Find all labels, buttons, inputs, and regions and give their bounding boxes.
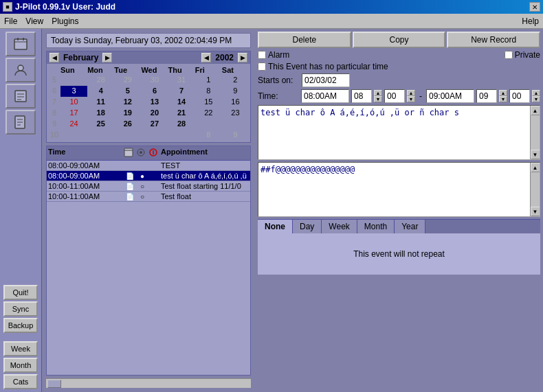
cal-day[interactable]: 27 xyxy=(141,119,168,130)
no-time-checkbox[interactable] xyxy=(258,62,266,71)
repeat-tab-day[interactable]: Day xyxy=(293,220,322,233)
cal-day[interactable]: 5 xyxy=(114,86,141,97)
cal-day[interactable]: 15 xyxy=(195,97,222,108)
cal-day[interactable] xyxy=(60,75,87,86)
end-min-up[interactable]: ▲ xyxy=(532,90,540,96)
cal-day-selected[interactable]: 3 xyxy=(60,86,87,97)
cal-day[interactable]: 21 xyxy=(168,108,195,119)
cal-day[interactable]: 14 xyxy=(168,97,195,108)
cal-day[interactable]: 4 xyxy=(87,86,114,97)
window-icon[interactable]: ■ xyxy=(3,2,12,12)
cal-day[interactable]: 28 xyxy=(87,75,114,86)
start-min-down[interactable]: ▼ xyxy=(407,96,415,102)
note-text-area[interactable]: test ü char ô A á,é,í,ó,ú ,ü or ñ char s… xyxy=(258,105,540,160)
copy-button[interactable]: Copy xyxy=(353,32,446,48)
scroll-up[interactable]: ▲ xyxy=(531,106,540,115)
end-hour-input[interactable] xyxy=(476,89,497,103)
quit-button[interactable]: Quit! xyxy=(3,285,38,300)
start-min-up[interactable]: ▲ xyxy=(407,90,415,96)
cal-day[interactable]: 13 xyxy=(141,97,168,108)
appt-row[interactable]: 08:00-09:00AM TEST xyxy=(47,161,250,171)
prev-month-button[interactable]: ◀ xyxy=(49,53,59,62)
cal-day[interactable]: 19 xyxy=(114,108,141,119)
sidebar-icon-memo[interactable] xyxy=(5,110,36,135)
scrollbar-thumb[interactable] xyxy=(47,380,61,388)
private-checkbox[interactable] xyxy=(505,51,513,59)
start-min-input[interactable] xyxy=(384,89,405,103)
end-hour-up[interactable]: ▲ xyxy=(499,90,507,96)
prev-year-button[interactable]: ◀ xyxy=(201,53,211,62)
sync-button[interactable]: Sync xyxy=(3,301,38,316)
cats-button[interactable]: Cats xyxy=(3,374,38,389)
notes-scroll-up[interactable]: ▲ xyxy=(531,163,540,172)
starts-on-input[interactable] xyxy=(302,73,350,87)
sidebar-icon-contacts[interactable] xyxy=(5,58,36,82)
cal-day[interactable] xyxy=(222,119,249,130)
cal-day[interactable]: 18 xyxy=(87,108,114,119)
cal-day[interactable]: 9 xyxy=(222,130,249,141)
start-time-input[interactable] xyxy=(301,89,349,103)
cal-day[interactable]: 16 xyxy=(222,97,249,108)
cal-day[interactable]: 31 xyxy=(168,75,195,86)
notes-scroll-down[interactable]: ▼ xyxy=(531,207,540,216)
private-label[interactable]: Private xyxy=(505,50,540,60)
cal-day[interactable]: 11 xyxy=(87,97,114,108)
menu-view[interactable]: View xyxy=(25,16,43,26)
menu-help[interactable]: Help xyxy=(522,16,539,26)
cal-day[interactable]: 23 xyxy=(222,108,249,119)
next-year-button[interactable]: ▶ xyxy=(238,53,247,62)
end-min-down[interactable]: ▼ xyxy=(532,96,540,102)
start-hour-input[interactable] xyxy=(351,89,372,103)
cal-day[interactable]: 28 xyxy=(168,119,195,130)
cal-day[interactable]: 17 xyxy=(60,108,87,119)
cal-day[interactable] xyxy=(141,130,168,141)
alarm-checkbox[interactable] xyxy=(258,51,266,59)
cal-day[interactable] xyxy=(168,130,195,141)
cal-day[interactable] xyxy=(60,130,87,141)
cal-day[interactable]: 2 xyxy=(222,75,249,86)
new-record-button[interactable]: New Record xyxy=(447,32,540,48)
menu-file[interactable]: File xyxy=(4,16,17,26)
start-hour-down[interactable]: ▼ xyxy=(374,96,382,102)
end-min-input[interactable] xyxy=(509,89,530,103)
cal-day[interactable]: 25 xyxy=(87,119,114,130)
appt-row-selected[interactable]: 08:00-09:00AM 📄 ● test ü char ô A á,é,í,… xyxy=(47,171,250,181)
repeat-tab-year[interactable]: Year xyxy=(395,220,425,233)
close-button[interactable]: ✕ xyxy=(529,2,540,12)
week-button[interactable]: Week xyxy=(3,341,38,356)
cal-day[interactable]: 24 xyxy=(60,119,87,130)
cal-day[interactable]: 6 xyxy=(141,86,168,97)
cal-day[interactable]: 8 xyxy=(195,130,222,141)
cal-day[interactable] xyxy=(114,130,141,141)
sidebar-icon-todo[interactable] xyxy=(5,84,36,108)
backup-button[interactable]: Backup xyxy=(3,318,38,333)
cal-day[interactable]: 8 xyxy=(195,86,222,97)
cal-day[interactable]: 12 xyxy=(114,97,141,108)
next-month-button[interactable]: ▶ xyxy=(102,53,112,62)
appt-row[interactable]: 10:00-11:00AM 📄 ○ Test float starting 11… xyxy=(47,181,250,192)
sidebar-icon-datebook[interactable] xyxy=(5,32,36,56)
cal-day[interactable] xyxy=(87,130,114,141)
cal-day[interactable]: 9 xyxy=(222,86,249,97)
cal-day[interactable]: 7 xyxy=(168,86,195,97)
cal-day[interactable] xyxy=(195,119,222,130)
repeat-tab-none[interactable]: None xyxy=(258,220,293,233)
cal-day[interactable]: 22 xyxy=(195,108,222,119)
cal-day[interactable]: 10 xyxy=(60,97,87,108)
cal-day[interactable]: 20 xyxy=(141,108,168,119)
no-time-label[interactable]: This Event has no particular time xyxy=(258,62,388,71)
scroll-down[interactable]: ▼ xyxy=(531,150,540,159)
horizontal-scrollbar[interactable] xyxy=(46,378,251,388)
cal-day[interactable]: 1 xyxy=(195,75,222,86)
month-button[interactable]: Month xyxy=(3,358,38,373)
cal-day[interactable]: 30 xyxy=(141,75,168,86)
delete-button[interactable]: Delete xyxy=(258,32,351,48)
end-time-input[interactable] xyxy=(426,89,474,103)
start-hour-up[interactable]: ▲ xyxy=(374,90,382,96)
cal-day[interactable]: 26 xyxy=(114,119,141,130)
repeat-tab-week[interactable]: Week xyxy=(322,220,357,233)
alarm-label[interactable]: Alarm xyxy=(258,50,289,60)
menu-plugins[interactable]: Plugins xyxy=(52,16,78,26)
end-hour-down[interactable]: ▼ xyxy=(499,96,507,102)
cal-day[interactable]: 29 xyxy=(114,75,141,86)
